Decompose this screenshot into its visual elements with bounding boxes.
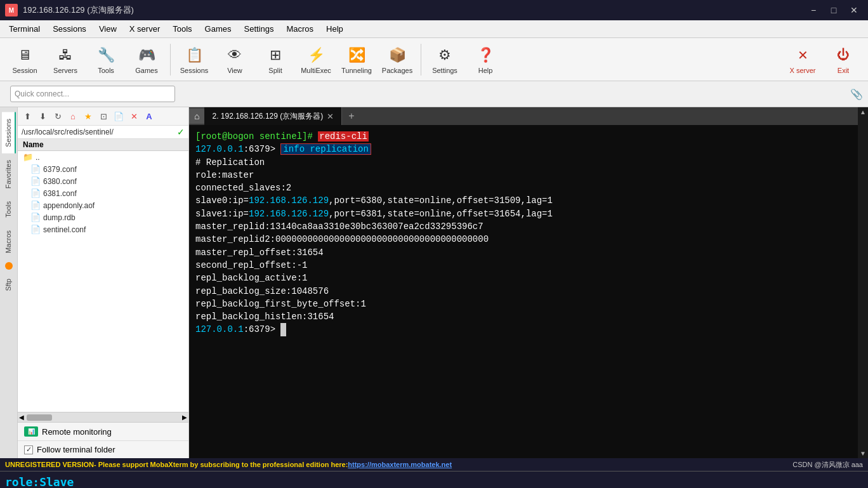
close-button[interactable]: ✕ [845, 3, 863, 18]
list-item[interactable]: 📄 6381.conf [18, 187, 188, 199]
path-bar: /usr/local/src/redis/sentinel/ ✓ [18, 126, 188, 139]
file-delete-btn[interactable]: ✕ [127, 109, 141, 123]
menu-view[interactable]: View [93, 23, 123, 35]
list-item[interactable]: 📄 6380.conf [18, 175, 188, 187]
prompt-port-2: :6379> [244, 324, 281, 334]
toolbar-sessions-btn[interactable]: 📋 Sessions [174, 41, 214, 78]
toolbar-session-label: Session [12, 67, 37, 74]
file-home-btn[interactable]: ⌂ [66, 109, 80, 123]
menu-tools[interactable]: Tools [166, 23, 198, 35]
file-font-btn[interactable]: A [142, 109, 156, 123]
toolbar-games-btn[interactable]: 🎮 Games [127, 41, 166, 78]
remote-monitoring-button[interactable]: 📊 Remote monitoring [18, 423, 188, 441]
scrollbar-thumb[interactable] [27, 414, 52, 421]
toolbar-help-btn[interactable]: ❓ Help [466, 41, 505, 78]
menu-xserver[interactable]: X server [123, 23, 166, 35]
side-tab-sessions[interactable]: Sessions [2, 112, 16, 154]
follow-terminal-folder-toggle[interactable]: ✓ Follow terminal folder [18, 441, 188, 458]
attach-icon[interactable]: 📎 [850, 88, 863, 100]
follow-folder-checkbox[interactable]: ✓ [24, 445, 33, 454]
status-link[interactable]: https://mobaxterm.mobatek.net [348, 461, 452, 468]
file-bookmark-btn[interactable]: ★ [81, 109, 95, 123]
list-item[interactable]: 📄 sentinel.conf [18, 223, 188, 235]
file-upload-btn[interactable]: ⬆ [20, 109, 34, 123]
slave0-rest: ,port=6380,state=online,offset=31509,lag… [329, 195, 553, 206]
split-icon: ⊞ [265, 45, 286, 65]
scroll-down-btn[interactable]: ▼ [858, 449, 867, 458]
side-tab-favorites[interactable]: Favorites [2, 154, 16, 195]
xserver-icon: ✕ [792, 45, 813, 65]
cursor [280, 323, 286, 336]
slave0-ip: 192.168.126.129 [249, 195, 329, 206]
terminal-output[interactable]: [root@bogon sentinel]# redis-cli 127.0.0… [189, 125, 858, 458]
terminal-line-8: master_replid:13140ca8aa3310e30bc363007e… [195, 220, 852, 233]
toolbar-servers-btn[interactable]: 🖧 Servers [46, 41, 85, 78]
file-new-btn[interactable]: 📄 [112, 109, 126, 123]
toolbar-view-label: View [227, 67, 242, 74]
toolbar-tunneling-btn[interactable]: 🔀 Tunneling [337, 41, 376, 78]
prompt-ip-1: 127.0.0.1 [195, 144, 244, 154]
toolbar-multiexec-btn[interactable]: ⚡ MultiExec [296, 41, 336, 78]
multiexec-icon: ⚡ [306, 45, 326, 65]
servers-icon: 🖧 [55, 45, 76, 65]
tab-bar: ⌂ 2. 192.168.126.129 (京淘服务器) ✕ + [189, 107, 858, 125]
toolbar-exit-label: Exit [838, 67, 849, 74]
menu-settings[interactable]: Settings [238, 23, 280, 35]
menu-sessions[interactable]: Sessions [46, 23, 93, 35]
tab-main-session[interactable]: 2. 192.168.126.129 (京淘服务器) ✕ [204, 107, 342, 125]
menu-macros[interactable]: Macros [280, 23, 320, 35]
list-item[interactable]: 📄 6379.conf [18, 163, 188, 175]
terminal-line-3: # Replication [195, 156, 852, 169]
toolbar-multiexec-label: MultiExec [301, 67, 331, 74]
file-icon-3: 📄 [30, 188, 41, 198]
side-tab-sftp[interactable]: Sftp [2, 272, 16, 298]
menu-games[interactable]: Games [199, 23, 238, 35]
toolbar-games-label: Games [135, 67, 157, 74]
sessions-icon: 📋 [184, 45, 204, 65]
list-item[interactable]: 📄 dump.rdb [18, 211, 188, 223]
side-tabs: Sessions Favorites Tools Macros Sftp [0, 107, 18, 458]
tab-close-icon[interactable]: ✕ [327, 112, 334, 121]
terminal-line-1: [root@bogon sentinel]# redis-cli [195, 130, 852, 143]
minimize-button[interactable]: − [805, 3, 822, 18]
toolbar-settings-btn[interactable]: ⚙ Settings [425, 41, 464, 78]
toolbar-view-btn[interactable]: 👁 View [215, 41, 254, 78]
toolbar-exit-btn[interactable]: ⏻ Exit [824, 41, 863, 78]
horizontal-scrollbar[interactable]: ◀ ▶ [18, 412, 188, 423]
toolbar-split-btn[interactable]: ⊞ Split [256, 41, 295, 78]
new-tab-button[interactable]: + [342, 108, 360, 124]
terminal-line-4: role:master [195, 169, 852, 181]
file-refresh-btn[interactable]: ↻ [51, 109, 65, 123]
side-tab-macros[interactable]: Macros [2, 224, 16, 260]
bottom-bar: role:Slave [0, 471, 868, 488]
view-icon: 👁 [225, 45, 245, 65]
quick-connect-text: Quick connect... [15, 89, 69, 98]
toolbar-xserver-btn[interactable]: ✕ X server [783, 41, 822, 78]
menu-help[interactable]: Help [320, 23, 350, 35]
tab-label: 2. 192.168.126.129 (京淘服务器) [212, 111, 323, 122]
follow-folder-label: Follow terminal folder [37, 445, 115, 454]
name-column-header: Name [23, 140, 44, 149]
file-download-btn[interactable]: ⬇ [36, 109, 49, 123]
toolbar-session-btn[interactable]: 🖥 Session [5, 41, 44, 78]
list-item[interactable]: 📄 appendonly.aof [18, 199, 188, 211]
list-item[interactable]: 📁 .. [18, 151, 188, 163]
file-dotdot: .. [36, 153, 40, 162]
toolbar-separator-1 [170, 44, 171, 76]
left-sidebar: ⬆ ⬇ ↻ ⌂ ★ ⊡ 📄 ✕ A /usr/local/src/redis/s… [18, 107, 189, 458]
menu-terminal[interactable]: Terminal [3, 23, 46, 35]
scroll-up-btn[interactable]: ▲ [858, 107, 867, 117]
prompt-ip-2: 127.0.0.1 [195, 324, 244, 334]
tab-home-btn[interactable]: ⌂ [189, 109, 204, 124]
side-tab-tools[interactable]: Tools [2, 195, 16, 224]
toolbar-tools-btn[interactable]: 🔧 Tools [86, 41, 126, 78]
right-scrollbar[interactable]: ▲ ▼ [858, 107, 868, 458]
toolbar-packages-btn[interactable]: 📦 Packages [378, 41, 417, 78]
file-split-btn[interactable]: ⊡ [96, 109, 110, 123]
scroll-right-btn[interactable]: ▶ [182, 414, 187, 421]
maximize-button[interactable]: □ [825, 3, 843, 18]
quick-connect-bar[interactable]: Quick connect... [10, 86, 175, 102]
info-replication-cmd: info replication [280, 143, 371, 155]
scroll-left-btn[interactable]: ◀ [19, 414, 24, 421]
tools-icon: 🔧 [96, 45, 116, 65]
